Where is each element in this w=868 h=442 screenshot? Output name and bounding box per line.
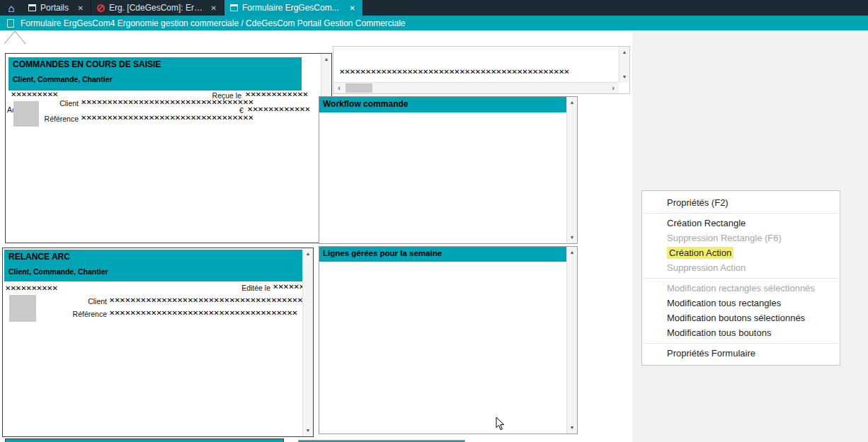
field-placeholder: ✕✕✕✕✕✕✕✕✕✕✕✕ [245,91,308,98]
panel-workflow-commande[interactable]: Workflow commande ▲ ▼ [319,96,578,244]
field-placeholder: ✕✕✕✕✕✕✕✕✕✕✕✕✕✕✕✕✕✕✕✕✕✕✕✕✕✕✕✕✕✕✕✕✕ [81,114,253,122]
menu-item-modification-boutons-selectionnes[interactable]: Modification boutons sélectionnés [642,310,840,325]
vertical-scrollbar[interactable]: ▲ ▼ [566,247,577,434]
panel-title: RELANCE ARC [8,252,299,262]
field-label-client: Client [45,99,79,107]
vertical-scrollbar[interactable]: ▲ ▼ [302,248,313,436]
scrollbar-thumb[interactable] [346,83,372,93]
field-label-reference: Référence [34,115,79,123]
corner-marker [3,30,28,45]
menu-separator [644,278,838,279]
close-icon[interactable]: ✕ [210,4,218,12]
field-placeholder: ✕✕✕✕✕✕✕✕✕✕✕✕✕✕✕✕✕✕✕✕✕✕✕✕✕✕✕✕✕✕✕✕✕✕✕✕✕ [109,296,302,304]
menu-item-modification-tous-boutons[interactable]: Modification tous boutons [642,325,840,340]
scroll-up-icon[interactable]: ▲ [567,248,577,257]
field-label-editee-le: Editée le [222,284,270,292]
tab-label: Erg. [CdeGesCom]: Ergo... [109,3,205,13]
tab-formulaire-erggescom[interactable]: Formulaire ErgGesCom... ✕ [224,0,363,16]
scroll-down-icon[interactable]: ▼ [619,72,629,82]
form-icon [7,19,14,28]
home-icon: ⌂ [8,2,14,14]
tab-erg-cdegescom[interactable]: Erg. [CdeGesCom]: Ergo... ✕ [91,0,224,16]
tab-label: Portails [40,3,72,13]
menu-item-label: Modification boutons sélectionnés [667,313,805,323]
panel-title: Workflow commande [319,97,566,112]
menu-item-label: Propriétés Formulaire [667,348,755,359]
menu-item-label: Modification tous boutons [667,327,771,338]
breadcrumb: Formulaire ErgGesCom4 Ergonomie gestion … [0,16,868,30]
panel-commandes-en-cours[interactable]: COMMANDES EN COURS DE SAISIE Client, Com… [5,53,332,243]
menu-item-label: Propriétés (F2) [667,197,729,208]
menu-item-creation-rectangle[interactable]: Création Rectangle [642,216,840,231]
panel-top-strip[interactable]: ✕✕✕✕✕✕✕✕✕✕✕✕✕✕✕✕✕✕✕✕✕✕✕✕✕✕✕✕✕✕✕✕✕✕✕✕✕✕✕✕… [333,46,630,94]
scroll-down-icon[interactable]: ▼ [303,426,313,436]
panel-header: COMMANDES EN COURS DE SAISIE Client, Com… [8,57,302,91]
menu-item-proprietes-f2[interactable]: Propriétés (F2) [642,195,840,210]
scroll-right-icon[interactable]: › [607,83,619,93]
menu-item-label: Modification rectangles sélectionnés [667,283,815,293]
field-placeholder: ✕✕✕✕✕✕✕✕✕✕✕✕✕✕✕✕✕✕✕✕✕✕✕✕✕✕✕✕✕✕✕✕✕ [81,98,253,106]
context-menu: Propriétés (F2) Création Rectangle Suppr… [641,190,840,366]
scroll-up-icon[interactable]: ▲ [567,98,577,107]
menu-item-creation-action[interactable]: Création Action [642,245,840,260]
scroll-left-icon[interactable]: ‹ [333,83,345,93]
browser-tabbar: ⌂ Portails ✕ Erg. [CdeGesCom]: Ergo... ✕… [0,0,868,16]
field-placeholder: ✕✕✕✕✕✕✕✕✕ [11,91,57,98]
menu-item-suppression-rectangle: Suppression Rectangle (F6) [642,231,840,245]
panel-title: COMMANDES EN COURS DE SAISIE [13,59,297,69]
panel-header: RELANCE ARC Client, Commande, Chantier [4,250,304,281]
page-title: Formulaire ErgGesCom4 Ergonomie gestion … [21,18,406,28]
prohibit-icon [97,4,105,12]
tab-portails[interactable]: Portails ✕ [23,0,91,16]
menu-item-label: Suppression Action [667,262,746,273]
scroll-down-icon[interactable]: ▼ [567,233,577,243]
window-icon [28,4,36,11]
vertical-scrollbar[interactable]: ▲ ▼ [566,97,577,243]
window-icon [230,4,238,11]
scroll-up-icon[interactable]: ▲ [321,54,331,64]
tab-label: Formulaire ErgGesCom... [242,3,344,13]
panel-relance-arc[interactable]: RELANCE ARC Client, Commande, Chantier ✕… [2,248,314,437]
panel-subtitle: Client, Commande, Chantier [13,75,297,83]
menu-item-proprietes-formulaire[interactable]: Propriétés Formulaire [642,346,840,361]
panel-title: Lignes gérées pour la semaine [319,247,566,262]
field-label-client: Client [70,297,107,306]
menu-item-modification-rectangles-selectionnes: Modification rectangles sélectionnés [642,281,840,296]
menu-item-label: Suppression Rectangle (F6) [667,233,782,243]
app-window: ⌂ Portails ✕ Erg. [CdeGesCom]: Ergo... ✕… [0,0,868,442]
menu-separator [644,213,838,214]
panel-cutoff-left [5,438,284,442]
field-placeholder: ✕✕✕✕✕✕✕✕✕✕✕✕✕✕✕✕✕✕✕✕✕✕✕✕✕✕✕✕✕✕✕✕✕✕✕✕✕✕✕✕… [339,68,569,76]
menu-item-suppression-action: Suppression Action [642,260,840,275]
field-placeholder: ✕✕✕✕✕✕✕✕✕✕ [5,284,57,292]
menu-item-modification-tous-rectangles[interactable]: Modification tous rectangles [642,296,840,310]
close-icon[interactable]: ✕ [76,4,85,12]
menu-separator [644,343,838,344]
menu-item-label-highlighted: Création Action [667,247,733,259]
panel-subtitle: Client, Commande, Chantier [8,267,299,276]
menu-item-label: Création Rectangle [667,218,746,228]
field-placeholder: ✕✕✕✕✕✕✕✕✕✕✕✕ [247,105,310,113]
vertical-scrollbar[interactable]: ▲ ▼ [619,47,629,83]
panel-lignes-gerees[interactable]: Lignes gérées pour la semaine ▲ ▼ [319,246,578,434]
scroll-down-icon[interactable]: ▼ [567,423,577,433]
field-placeholder: ✕✕✕✕✕✕✕✕✕✕✕✕✕✕✕✕✕✕✕✕✕✕✕✕✕✕✕✕✕✕✕✕✕✕✕✕ [109,309,297,317]
home-button[interactable]: ⌂ [0,0,23,16]
close-icon[interactable]: ✕ [348,4,357,12]
scroll-up-icon[interactable]: ▲ [619,47,629,57]
horizontal-scrollbar[interactable]: ‹ › [333,82,619,93]
scroll-up-icon[interactable]: ▲ [303,249,313,259]
menu-item-label: Modification tous rectangles [667,298,781,308]
mouse-cursor [496,417,505,431]
field-label-reference: Référence [59,310,107,318]
image-placeholder [9,295,36,322]
